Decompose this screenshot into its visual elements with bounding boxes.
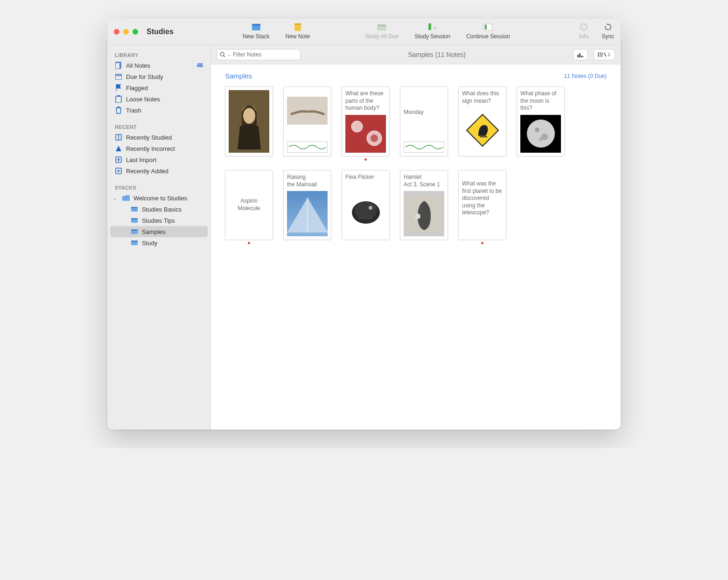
continue-icon bbox=[484, 23, 492, 31]
view-mode-button[interactable] bbox=[594, 49, 615, 60]
sidebar-item-label: Studies Basics bbox=[142, 206, 182, 213]
stack-name[interactable]: Samples bbox=[225, 72, 252, 80]
plus-icon bbox=[115, 167, 122, 175]
svg-text:i: i bbox=[583, 25, 585, 30]
sidebar-item-last-import[interactable]: Last Import bbox=[110, 154, 208, 165]
continue-session-label: Continue Session bbox=[466, 33, 510, 40]
card-image bbox=[229, 90, 269, 153]
flag-indicator bbox=[248, 242, 250, 244]
note-card-planet[interactable]: What was the first planet to be discover… bbox=[458, 170, 506, 240]
play-icon: ⌄ bbox=[428, 23, 437, 31]
sidebar-item-label: Recently Studied bbox=[126, 134, 172, 141]
sidebar-item-flagged[interactable]: Flagged bbox=[110, 82, 208, 93]
sidebar-item-welcome-folder[interactable]: ⌄ Welcome to Studies bbox=[110, 192, 208, 204]
svg-rect-36 bbox=[581, 56, 582, 57]
info-icon: i bbox=[580, 23, 588, 31]
svg-rect-25 bbox=[131, 207, 138, 208]
minimize-button[interactable] bbox=[123, 29, 129, 35]
new-note-label: New Note bbox=[285, 33, 310, 40]
filter-search[interactable]: ⌄ bbox=[217, 49, 301, 60]
stack-header: Samples 11 Notes (0 Due) bbox=[225, 72, 607, 80]
sidebar-item-recently-added[interactable]: Recently Added bbox=[110, 165, 208, 177]
calendar-icon bbox=[378, 23, 386, 31]
svg-point-37 bbox=[583, 56, 584, 57]
study-all-due-button[interactable]: Study All Due bbox=[365, 23, 399, 40]
sidebar-item-recently-incorrect[interactable]: Recently Incorrect bbox=[110, 143, 208, 154]
svg-rect-15 bbox=[115, 74, 122, 80]
card-image bbox=[462, 107, 503, 153]
sidebar-item-label: Welcome to Studies bbox=[133, 195, 187, 202]
svg-rect-18 bbox=[117, 95, 120, 97]
sidebar-item-trash[interactable]: Trash bbox=[110, 105, 208, 116]
card-image bbox=[520, 115, 561, 153]
sidebar-item-due-for-study[interactable]: Due for Study bbox=[110, 71, 208, 82]
new-note-button[interactable]: New Note bbox=[285, 23, 310, 40]
sidebar-item-studies-tips[interactable]: Studies Tips bbox=[110, 215, 208, 226]
card-text: Raising the Mainsail bbox=[287, 174, 328, 188]
card-text: What phase of the moon is this? bbox=[520, 90, 561, 112]
note-card-mona-lisa[interactable] bbox=[225, 86, 273, 156]
sidebar-item-study[interactable]: Study bbox=[110, 237, 208, 248]
cards-grid: What are these parts of the human body? … bbox=[225, 86, 607, 244]
new-stack-button[interactable]: New Stack bbox=[243, 23, 269, 40]
svg-point-55 bbox=[539, 137, 543, 141]
stack-mini-icon bbox=[131, 239, 138, 247]
search-icon bbox=[220, 52, 225, 57]
study-session-button[interactable]: ⌄ Study Session bbox=[414, 23, 450, 40]
note-card-creation[interactable] bbox=[283, 86, 331, 156]
chevron-down-icon[interactable]: ⌄ bbox=[113, 196, 117, 201]
note-card-monday[interactable]: Monday bbox=[400, 86, 448, 156]
note-card-hamlet[interactable]: Hamlet Act 3, Scene 1 bbox=[400, 170, 448, 240]
chart-icon bbox=[577, 52, 584, 57]
card-text: Monday bbox=[404, 109, 444, 116]
note-card-moon[interactable]: What phase of the moon is this? bbox=[517, 86, 565, 156]
sidebar-item-label: Studies Tips bbox=[142, 217, 175, 224]
svg-marker-12 bbox=[607, 23, 608, 25]
stack-mini-icon bbox=[131, 217, 138, 224]
note-card-sign[interactable]: What does this sign mean? bbox=[458, 86, 506, 156]
svg-rect-5 bbox=[378, 25, 386, 26]
sidebar-item-studies-basics[interactable]: Studies Basics bbox=[110, 204, 208, 215]
sidebar-item-recently-studied[interactable]: Recently Studied bbox=[110, 132, 208, 143]
filter-input[interactable] bbox=[233, 51, 297, 58]
note-card-body-parts[interactable]: What are these parts of the human body? bbox=[342, 86, 390, 156]
svg-point-61 bbox=[369, 206, 372, 210]
toolbar: Studies New Stack New Note Study All Due bbox=[107, 19, 621, 45]
close-button[interactable] bbox=[114, 29, 119, 35]
clipboard-icon bbox=[115, 95, 122, 103]
sidebar-item-label: Last Import bbox=[126, 156, 156, 163]
note-card-flea-flicker[interactable]: Flea Flicker bbox=[342, 170, 390, 240]
svg-rect-34 bbox=[577, 55, 579, 57]
svg-point-63 bbox=[415, 213, 420, 219]
continue-session-button[interactable]: Continue Session bbox=[466, 23, 510, 40]
sidebar-item-loose-notes[interactable]: Loose Notes bbox=[110, 93, 208, 105]
sidebar-item-all-notes[interactable]: All Notes 46 bbox=[110, 60, 208, 71]
trash-icon bbox=[115, 106, 122, 114]
stats-button[interactable] bbox=[573, 49, 588, 60]
app-window: Studies New Stack New Note Study All Due bbox=[107, 19, 621, 430]
flag-icon bbox=[115, 84, 122, 92]
svg-point-53 bbox=[535, 127, 539, 132]
card-text: What are these parts of the human body? bbox=[345, 90, 386, 112]
svg-point-44 bbox=[243, 108, 255, 124]
note-card-aspirin[interactable]: Aspirin Molecule bbox=[225, 170, 273, 240]
warning-icon bbox=[115, 145, 122, 152]
svg-rect-1 bbox=[252, 24, 260, 26]
sidebar-item-samples[interactable]: Samples bbox=[110, 226, 208, 237]
note-card-mainsail[interactable]: Raising the Mainsail bbox=[283, 170, 331, 240]
sidebar-item-label: Trash bbox=[126, 107, 141, 114]
sidebar-item-label: Loose Notes bbox=[126, 96, 160, 103]
new-stack-label: New Stack bbox=[243, 33, 269, 40]
sync-button[interactable]: Sync bbox=[602, 23, 614, 40]
svg-rect-35 bbox=[579, 53, 581, 57]
toolbar-center: New Stack New Note Study All Due ⌄ bbox=[178, 23, 575, 40]
zoom-button[interactable] bbox=[133, 29, 138, 35]
import-icon bbox=[115, 156, 122, 163]
app-title: Studies bbox=[147, 28, 174, 36]
info-button[interactable]: i Info bbox=[579, 23, 588, 40]
main-header: ⌄ Samples (11 Notes) bbox=[211, 45, 621, 64]
svg-marker-21 bbox=[116, 146, 121, 151]
info-label: Info bbox=[579, 33, 588, 40]
card-image bbox=[345, 115, 386, 153]
calendar-icon bbox=[115, 73, 122, 80]
